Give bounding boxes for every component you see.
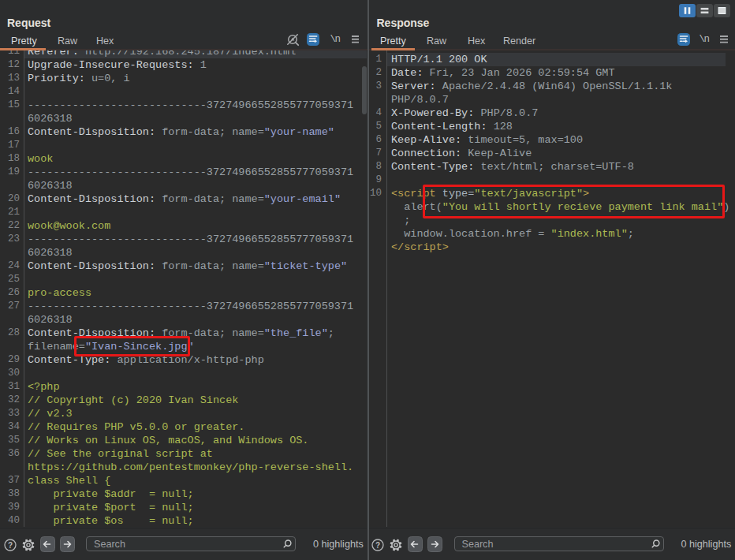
svg-text:?: ? — [375, 540, 380, 549]
svg-text:?: ? — [8, 540, 13, 549]
